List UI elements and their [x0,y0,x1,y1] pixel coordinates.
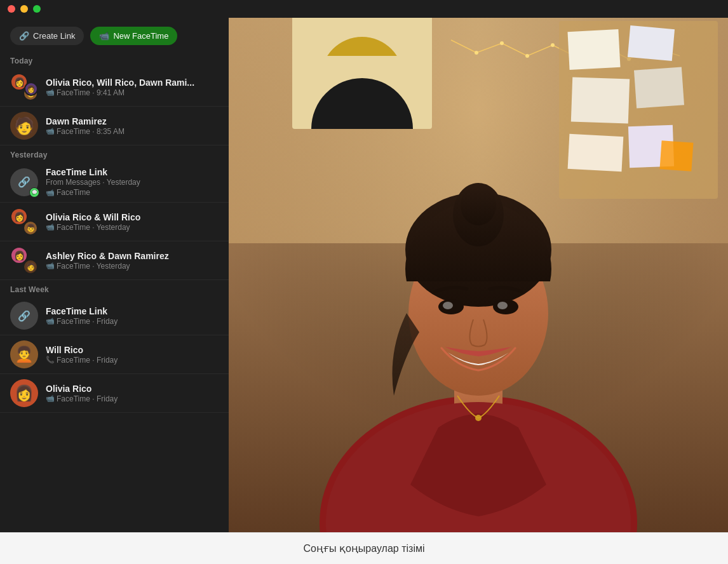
new-facetime-label: New FaceTime [113,31,168,41]
svg-point-31 [443,302,453,309]
maximize-button[interactable] [33,5,41,13]
phone-icon: 📞 [46,356,55,364]
video-icon: 📹 [46,394,55,403]
video-icon: 📹 [46,262,55,270]
main-layout: 🔗 Create Link 📹 New FaceTime Today 👩 👦 👩 [0,18,728,532]
svg-point-10 [525,54,529,58]
call-name: Olivia Rico [46,384,219,394]
call-subtitle2: 📹 FaceTime [46,188,219,197]
list-item[interactable]: 👩 Olivia Rico 📹 FaceTime · Friday [0,374,229,413]
svg-rect-17 [628,25,675,61]
list-item[interactable]: 👩 👦 👩 Olivia Rico, Will Rico, Dawn Rami.… [0,68,229,107]
link-avatar: 🔗 [10,302,38,330]
call-subtitle: 📹 FaceTime · Friday [46,394,219,403]
titlebar [0,0,728,18]
minimize-button[interactable] [20,5,28,13]
svg-rect-22 [659,140,693,171]
message-badge: 💬 [29,187,39,198]
call-subtitle: From Messages · Yesterday [46,178,219,187]
create-link-label: Create Link [33,31,75,41]
svg-point-11 [551,43,555,47]
call-name: FaceTime Link [46,167,219,177]
call-name: Olivia Rico & Will Rico [46,212,219,222]
call-info: Dawn Ramirez 📹 FaceTime · 8:35 AM [46,116,219,136]
section-last-week-label: Last Week [0,280,229,297]
call-name: Dawn Ramirez [46,116,219,126]
video-camera-icon: 📹 [99,31,109,41]
avatar: 🧑 [10,112,38,140]
call-info: FaceTime Link From Messages · Yesterday … [46,167,219,197]
close-button[interactable] [8,5,15,13]
avatar: 🧑‍🦱 [10,340,38,368]
call-name: FaceTime Link [46,306,219,316]
message-icon: 💬 [32,190,37,195]
svg-rect-20 [568,134,624,171]
call-info: Ashley Rico & Dawn Ramirez 📹 FaceTime · … [46,251,219,271]
create-link-button[interactable]: 🔗 Create Link [10,27,84,45]
call-info: Olivia Rico & Will Rico 📹 FaceTime · Yes… [46,212,219,232]
section-today-label: Today [0,51,229,68]
link-icon: 🔗 [18,176,30,188]
video-icon: 📹 [46,317,55,325]
call-subtitle: 📹 FaceTime · Yesterday [46,262,219,271]
svg-rect-19 [634,67,684,108]
sidebar: 🔗 Create Link 📹 New FaceTime Today 👩 👦 👩 [0,18,229,532]
svg-rect-16 [567,29,620,70]
list-item[interactable]: 🔗 💬 FaceTime Link From Messages · Yester… [0,162,229,203]
svg-point-34 [475,415,482,421]
link-icon: 🔗 [18,310,30,322]
svg-point-9 [500,41,504,45]
call-subtitle: 📞 FaceTime · Friday [46,356,219,365]
section-yesterday-label: Yesterday [0,145,229,162]
call-subtitle: 📹 FaceTime · Yesterday [46,223,219,232]
video-icon: 📹 [46,127,55,135]
list-item[interactable]: 🧑‍🦱 Will Rico 📞 FaceTime · Friday [0,335,229,374]
svg-point-8 [475,51,478,55]
new-facetime-button[interactable]: 📹 New FaceTime [90,27,177,45]
avatar: 👩 [10,379,38,407]
video-call-area [229,18,728,532]
call-subtitle: 📹 FaceTime · Friday [46,317,219,326]
video-icon: 📹 [46,189,55,197]
call-info: Will Rico 📞 FaceTime · Friday [46,345,219,365]
call-info: Olivia Rico, Will Rico, Dawn Rami... 📹 F… [46,77,219,97]
list-item[interactable]: 🧑 Dawn Ramirez 📹 FaceTime · 8:35 AM [0,107,229,145]
list-item[interactable]: 🔗 FaceTime Link 📹 FaceTime · Friday [0,297,229,335]
call-name: Olivia Rico, Will Rico, Dawn Rami... [46,77,219,88]
svg-point-32 [497,302,508,309]
annotation-bar: Соңғы қоңыраулар тізімі [0,532,728,564]
list-item[interactable]: 👩 👦 Olivia Rico & Will Rico 📹 FaceTime ·… [0,203,229,241]
link-icon: 🔗 [19,31,29,41]
call-name: Ashley Rico & Dawn Ramirez [46,251,219,261]
call-subtitle: 📹 FaceTime · 8:35 AM [46,127,219,136]
avatar-group: 👩 🧑 [10,246,38,274]
list-item[interactable]: 👩 🧑 Ashley Rico & Dawn Ramirez 📹 FaceTim… [0,241,229,280]
call-info: FaceTime Link 📹 FaceTime · Friday [46,306,219,326]
call-name: Will Rico [46,345,219,355]
svg-rect-18 [571,77,630,123]
call-subtitle: 📹 FaceTime · 9:41 AM [46,88,219,97]
annotation-text: Соңғы қоңыраулар тізімі [304,542,425,554]
toolbar: 🔗 Create Link 📹 New FaceTime [0,18,229,51]
avatar-link-container: 🔗 💬 [10,168,38,196]
svg-point-28 [461,185,496,225]
video-feed [229,18,728,532]
avatar-group: 👩 👦 [10,208,38,236]
video-icon: 📹 [46,223,55,231]
avatar-group: 👩 👦 👩 [10,73,38,101]
call-info: Olivia Rico 📹 FaceTime · Friday [46,384,219,403]
video-icon: 📹 [46,88,55,97]
